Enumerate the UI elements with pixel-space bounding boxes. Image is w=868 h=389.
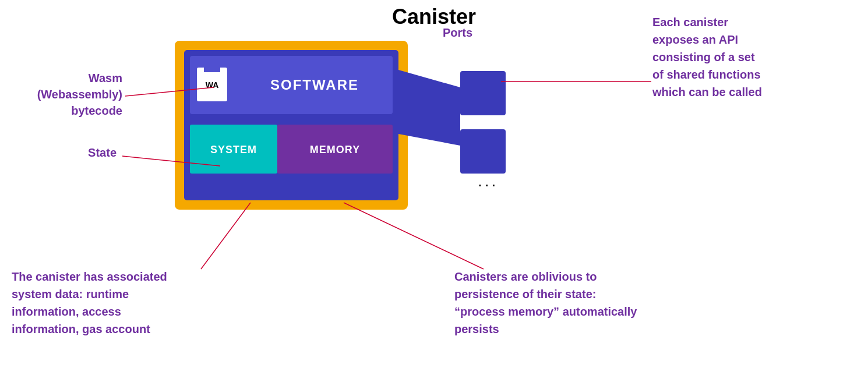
- svg-text:MEMORY: MEMORY: [310, 144, 360, 155]
- svg-marker-11: [398, 70, 460, 146]
- svg-rect-7: [190, 125, 277, 174]
- svg-line-14: [125, 87, 214, 96]
- svg-line-17: [201, 203, 250, 269]
- ports-label: Ports: [443, 24, 472, 41]
- svg-rect-4: [204, 66, 220, 72]
- canister-diagram: WA SOFTWARE SYSTEM MEMORY: [175, 29, 513, 227]
- svg-rect-13: [460, 129, 506, 174]
- dots-label: ...: [478, 172, 498, 190]
- svg-rect-2: [190, 56, 393, 114]
- svg-rect-9: [277, 125, 393, 174]
- svg-rect-0: [175, 41, 408, 210]
- api-description: Each canisterexposes an APIconsisting of…: [652, 13, 862, 101]
- state-label: State: [70, 144, 117, 161]
- svg-text:WA: WA: [206, 80, 219, 90]
- svg-text:SOFTWARE: SOFTWARE: [270, 77, 359, 93]
- svg-rect-12: [460, 71, 506, 115]
- svg-rect-3: [197, 68, 227, 101]
- system-data-label: The canister has associatedsystem data: …: [12, 268, 221, 338]
- wasm-label: Wasm(Webassembly)bytecode: [17, 70, 122, 119]
- memory-persist-label: Canisters are oblivious topersistence of…: [454, 268, 699, 338]
- svg-text:SYSTEM: SYSTEM: [210, 144, 257, 155]
- svg-line-18: [344, 203, 484, 269]
- svg-line-15: [122, 156, 220, 166]
- svg-rect-1: [184, 50, 398, 200]
